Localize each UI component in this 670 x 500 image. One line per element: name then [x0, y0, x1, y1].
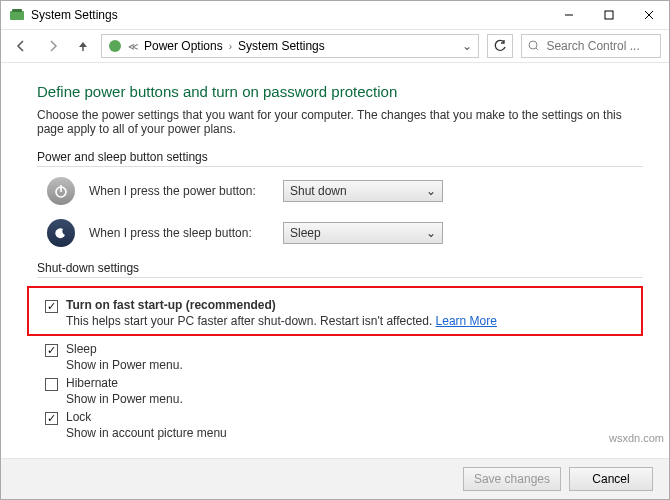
content-area: Define power buttons and turn on passwor… [1, 63, 669, 458]
back-button[interactable] [9, 34, 33, 58]
svg-rect-1 [12, 9, 22, 12]
cancel-button[interactable]: Cancel [569, 467, 653, 491]
page-description: Choose the power settings that you want … [37, 108, 643, 136]
maximize-button[interactable] [589, 1, 629, 29]
sleep-button-label: When I press the sleep button: [89, 226, 269, 240]
power-icon [47, 177, 75, 205]
dropdown-value: Sleep [290, 226, 321, 240]
learn-more-link[interactable]: Learn More [436, 314, 497, 328]
breadcrumb-level2[interactable]: System Settings [238, 39, 325, 53]
forward-button[interactable] [41, 34, 65, 58]
fast-startup-desc: This helps start your PC faster after sh… [66, 314, 497, 328]
svg-point-7 [109, 40, 121, 52]
svg-point-8 [529, 41, 537, 49]
page-heading: Define power buttons and turn on passwor… [37, 83, 643, 100]
sleep-button-dropdown[interactable]: Sleep ⌄ [283, 222, 443, 244]
control-panel-icon [9, 7, 25, 23]
refresh-button[interactable] [487, 34, 513, 58]
save-changes-button[interactable]: Save changes [463, 467, 561, 491]
power-button-row: When I press the power button: Shut down… [47, 177, 643, 205]
sleep-button-row: When I press the sleep button: Sleep ⌄ [47, 219, 643, 247]
window-controls [549, 1, 669, 29]
lock-option-title: Lock [66, 410, 227, 424]
chevron-right-icon: › [229, 41, 232, 52]
power-button-label: When I press the power button: [89, 184, 269, 198]
sleep-option-desc: Show in Power menu. [66, 358, 183, 372]
lock-option-row: Lock Show in account picture menu [45, 410, 643, 440]
window-title: System Settings [31, 8, 549, 22]
breadcrumb-level1[interactable]: Power Options [144, 39, 223, 53]
hibernate-option-row: Hibernate Show in Power menu. [45, 376, 643, 406]
sleep-icon [47, 219, 75, 247]
chevron-down-icon: ⌄ [426, 184, 436, 198]
watermark: wsxdn.com [609, 432, 664, 444]
footer: Save changes Cancel [1, 458, 669, 499]
up-button[interactable] [73, 36, 93, 56]
power-options-icon [108, 39, 122, 53]
window: System Settings ≪ Power Options › System… [0, 0, 670, 500]
chevron-down-icon[interactable]: ⌄ [462, 39, 472, 53]
shutdown-section-label: Shut-down settings [37, 261, 643, 278]
lock-option-desc: Show in account picture menu [66, 426, 227, 440]
fast-startup-title: Turn on fast start-up (recommended) [66, 298, 497, 312]
svg-rect-3 [605, 11, 613, 19]
sleep-option-title: Sleep [66, 342, 183, 356]
hibernate-option-title: Hibernate [66, 376, 183, 390]
close-button[interactable] [629, 1, 669, 29]
search-input[interactable] [544, 38, 654, 54]
chevron-down-icon: ⌄ [426, 226, 436, 240]
lock-checkbox[interactable] [45, 412, 58, 425]
svg-line-9 [536, 48, 538, 51]
sleep-checkbox[interactable] [45, 344, 58, 357]
dropdown-value: Shut down [290, 184, 347, 198]
search-box[interactable] [521, 34, 661, 58]
svg-rect-0 [10, 11, 24, 20]
breadcrumb-bar[interactable]: ≪ Power Options › System Settings ⌄ [101, 34, 479, 58]
hibernate-option-desc: Show in Power menu. [66, 392, 183, 406]
fast-startup-checkbox[interactable] [45, 300, 58, 313]
breadcrumb-sep-icon: ≪ [128, 41, 138, 52]
fast-startup-row: Turn on fast start-up (recommended) This… [45, 298, 633, 328]
sleep-option-row: Sleep Show in Power menu. [45, 342, 643, 372]
minimize-button[interactable] [549, 1, 589, 29]
power-button-dropdown[interactable]: Shut down ⌄ [283, 180, 443, 202]
fast-startup-highlight: Turn on fast start-up (recommended) This… [27, 286, 643, 336]
search-icon [528, 40, 538, 52]
toolbar: ≪ Power Options › System Settings ⌄ [1, 29, 669, 63]
titlebar: System Settings [1, 1, 669, 29]
hibernate-checkbox[interactable] [45, 378, 58, 391]
power-sleep-section-label: Power and sleep button settings [37, 150, 643, 167]
